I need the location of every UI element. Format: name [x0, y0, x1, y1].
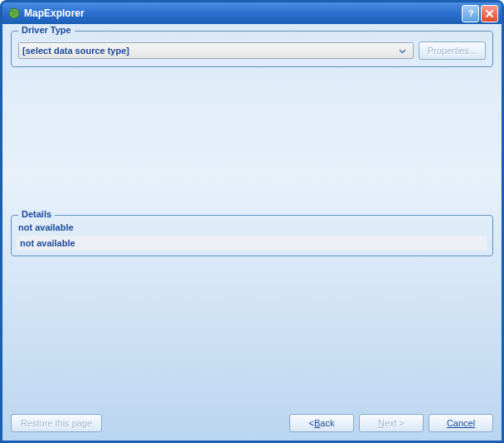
app-icon	[7, 7, 21, 20]
back-mnemonic: B	[314, 418, 320, 428]
svg-point-0	[9, 8, 19, 18]
svg-text:?: ?	[468, 8, 473, 18]
cancel-button[interactable]: Cancel	[429, 414, 493, 432]
properties-button: Properties...	[419, 41, 486, 60]
details-legend: Details	[18, 209, 55, 219]
driver-type-legend: Driver Type	[18, 25, 75, 35]
next-mnemonic: N	[378, 418, 385, 428]
dialog-window: MapExplorer ? Driver Type [select data s…	[0, 0, 504, 443]
spacer	[11, 256, 493, 406]
titlebar[interactable]: MapExplorer ?	[2, 2, 502, 24]
close-button[interactable]	[481, 5, 498, 22]
details-line-2: not available	[17, 236, 487, 251]
back-button[interactable]: < Back	[289, 414, 354, 432]
driver-type-group: Driver Type [select data source type] Pr…	[11, 31, 493, 67]
footer: Restore this page < Back Next > Cancel	[2, 406, 502, 441]
titlebar-buttons: ?	[462, 5, 498, 22]
details-line-1: not available	[17, 222, 487, 236]
driver-row: [select data source type] Properties...	[18, 41, 486, 60]
help-button[interactable]: ?	[462, 5, 479, 22]
cancel-label: Cancel	[447, 418, 475, 428]
back-rest: ack	[320, 418, 334, 428]
next-button: Next >	[359, 414, 424, 432]
chevron-down-icon	[396, 44, 410, 57]
next-rest: ext >	[385, 418, 405, 428]
restore-page-button: Restore this page	[11, 414, 102, 432]
empty-region	[11, 72, 493, 212]
driver-type-select[interactable]: [select data source type]	[18, 42, 414, 59]
window-title: MapExplorer	[24, 7, 462, 19]
content-area: Driver Type [select data source type] Pr…	[2, 24, 502, 406]
details-group: Details not available not available	[11, 215, 493, 256]
driver-type-selected: [select data source type]	[22, 46, 396, 56]
